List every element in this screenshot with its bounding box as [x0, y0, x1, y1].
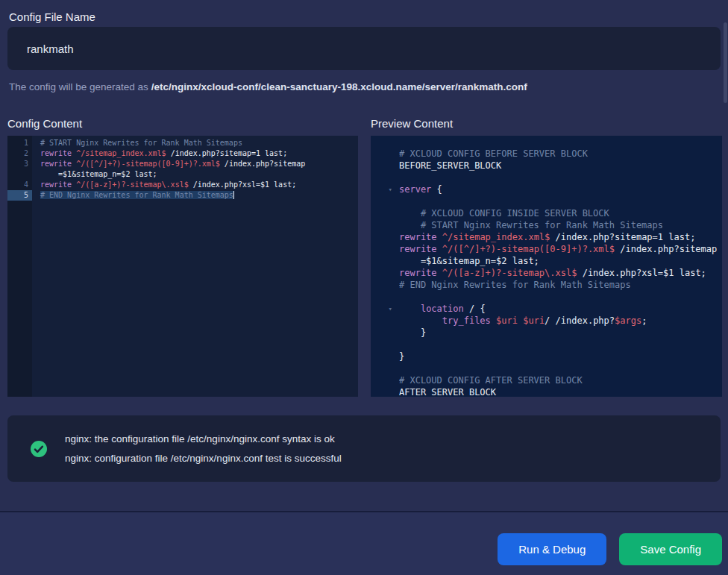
code-line: rewrite ^/sitemap_index.xml$ /index.php?… — [371, 231, 722, 243]
code-line: } — [371, 327, 722, 339]
line-gutter — [371, 160, 399, 172]
code-line: try_files $uri $uri/ /index.php?$args; — [371, 315, 722, 327]
line-gutter — [371, 374, 399, 386]
line-gutter — [371, 195, 399, 207]
code-text: =$1&sitemap_n=$2 last; — [32, 169, 358, 180]
code-line: rewrite ^/([a-z]+)?-sitemap\.xsl$ /index… — [371, 267, 722, 279]
nginx-test-result-panel: nginx: the configuration file /etc/nginx… — [7, 415, 721, 482]
code-line: =$1&sitemap_n=$2 last; — [371, 255, 722, 267]
code-text — [399, 195, 722, 207]
line-gutter — [371, 207, 399, 219]
code-text: AFTER_SERVER_BLOCK — [399, 386, 722, 397]
config-content-editor[interactable]: 1# START Nginx Rewrites for Rank Math Si… — [7, 136, 358, 397]
line-gutter — [371, 351, 399, 362]
line-gutter — [371, 148, 399, 160]
preview-content-editor: # XCLOUD CONFIG BEFORE SERVER BLOCKBEFOR… — [371, 136, 722, 397]
footer-action-bar: Run & Debug Save Config — [0, 511, 728, 575]
code-text: rewrite ^/([^/]+?)-sitemap([0-9]+)?.xml$… — [399, 243, 722, 255]
run-debug-button[interactable]: Run & Debug — [498, 533, 606, 565]
line-gutter — [371, 315, 399, 327]
status-messages: nginx: the configuration file /etc/nginx… — [65, 433, 342, 465]
line-gutter — [7, 169, 32, 180]
save-config-button[interactable]: Save Config — [619, 533, 722, 565]
line-number: 1 — [7, 138, 32, 148]
code-text: # XCLOUD CONFIG BEFORE SERVER BLOCK — [399, 148, 722, 160]
code-text: rewrite ^/([a-z]+)?-sitemap\.xsl$ /index… — [32, 180, 358, 190]
config-content-label: Config Content — [7, 116, 358, 131]
code-text: rewrite ^/([a-z]+)?-sitemap\.xsl$ /index… — [399, 267, 722, 279]
generated-config-path: /etc/nginx/xcloud-conf/clean-sanctuary-1… — [151, 81, 527, 92]
code-line: 1# START Nginx Rewrites for Rank Math Si… — [7, 138, 358, 148]
code-line — [371, 291, 722, 303]
code-text — [399, 339, 722, 351]
code-line: # XCLOUD CONFIG BEFORE SERVER BLOCK — [371, 148, 722, 160]
code-line: ▾ location / { — [371, 303, 722, 315]
text-cursor — [233, 191, 235, 199]
code-text — [399, 172, 722, 183]
code-text: # END Nginx Rewrites for Rank Math Sitem… — [32, 190, 358, 201]
code-line: ▾server { — [371, 183, 722, 195]
code-line: 4rewrite ^/([a-z]+)?-sitemap\.xsl$ /inde… — [7, 180, 358, 190]
code-text — [399, 291, 722, 303]
status-line-test-successful: nginx: configuration file /etc/nginx/ngi… — [65, 452, 342, 465]
code-text: # START Nginx Rewrites for Rank Math Sit… — [32, 138, 358, 148]
fold-chevron-down-icon[interactable]: ▾ — [371, 303, 399, 315]
code-text: =$1&sitemap_n=$2 last; — [399, 255, 722, 267]
config-file-name-input[interactable] — [7, 27, 721, 70]
code-line: rewrite ^/([^/]+?)-sitemap([0-9]+)?.xml$… — [371, 243, 722, 255]
line-number: 2 — [7, 148, 32, 159]
code-line: AFTER_SERVER_BLOCK — [371, 386, 722, 397]
code-text: location / { — [399, 303, 722, 315]
preview-content-label: Preview Content — [371, 116, 722, 131]
code-line — [371, 362, 722, 374]
line-gutter — [371, 362, 399, 374]
line-number: 3 — [7, 159, 32, 169]
editors-section: Config Content 1# START Nginx Rewrites f… — [7, 116, 722, 397]
page-scrollbar[interactable] — [724, 22, 727, 103]
code-text: # XCLOUD CONFIG AFTER SERVER BLOCK — [399, 374, 722, 386]
code-line: } — [371, 351, 722, 362]
code-text: # END Nginx Rewrites for Rank Math Sitem… — [399, 279, 722, 291]
line-gutter — [371, 339, 399, 351]
check-circle-icon — [31, 441, 47, 457]
code-line — [371, 195, 722, 207]
line-gutter — [371, 231, 399, 243]
line-number: 4 — [7, 180, 32, 190]
line-gutter — [371, 386, 399, 397]
fold-chevron-down-icon[interactable]: ▾ — [371, 183, 399, 195]
code-text: # XCLOUD CONFIG INSIDE SERVER BLOCK — [399, 207, 722, 219]
config-editor-page: { "form": { "name_label": "Config File N… — [0, 0, 728, 575]
preview-content-column: Preview Content # XCLOUD CONFIG BEFORE S… — [371, 116, 722, 397]
code-line — [371, 339, 722, 351]
code-text: rewrite ^/([^/]+?)-sitemap([0-9]+)?.xml$… — [32, 159, 358, 169]
line-gutter — [371, 243, 399, 255]
line-gutter — [371, 291, 399, 303]
line-gutter — [371, 172, 399, 183]
line-gutter — [371, 267, 399, 279]
code-line: # END Nginx Rewrites for Rank Math Sitem… — [371, 279, 722, 291]
config-file-name-label: Config File Name — [9, 9, 719, 25]
code-text: rewrite ^/sitemap_index.xml$ /index.php?… — [32, 148, 358, 159]
code-text: server { — [399, 183, 722, 195]
code-text — [399, 362, 722, 374]
hint-prefix: The config will be generated as — [9, 81, 151, 92]
code-line: # XCLOUD CONFIG INSIDE SERVER BLOCK — [371, 207, 722, 219]
code-line — [371, 172, 722, 183]
line-gutter — [371, 327, 399, 339]
status-line-syntax-ok: nginx: the configuration file /etc/nginx… — [65, 433, 342, 446]
code-line: 5# END Nginx Rewrites for Rank Math Site… — [7, 190, 358, 201]
generated-path-hint: The config will be generated as /etc/ngi… — [9, 81, 719, 94]
line-number: 5 — [7, 190, 32, 201]
line-gutter — [371, 279, 399, 291]
code-text: } — [399, 327, 722, 339]
code-text: BEFORE_SERVER_BLOCK — [399, 160, 722, 172]
code-text: } — [399, 351, 722, 362]
code-line: 2rewrite ^/sitemap_index.xml$ /index.php… — [7, 148, 358, 159]
code-line: BEFORE_SERVER_BLOCK — [371, 160, 722, 172]
code-text: try_files $uri $uri/ /index.php?$args; — [399, 315, 722, 327]
code-line: # START Nginx Rewrites for Rank Math Sit… — [371, 219, 722, 231]
config-content-column: Config Content 1# START Nginx Rewrites f… — [7, 116, 358, 397]
code-text: # START Nginx Rewrites for Rank Math Sit… — [399, 219, 722, 231]
code-line: 3rewrite ^/([^/]+?)-sitemap([0-9]+)?.xml… — [7, 159, 358, 169]
line-gutter — [371, 219, 399, 231]
